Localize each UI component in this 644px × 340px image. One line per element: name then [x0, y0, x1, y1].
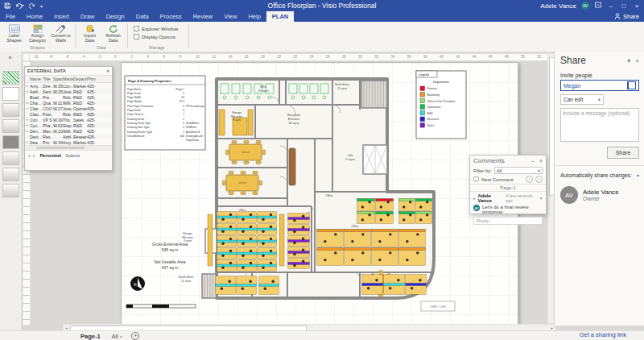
permission-select[interactable]: Can edit▾ — [560, 94, 604, 105]
new-page-button[interactable]: + — [131, 332, 139, 340]
table-row[interactable]: Brad…Pre…Rob…R&D425- — [25, 94, 112, 100]
printer-shape[interactable] — [2, 184, 19, 197]
share-close-icon[interactable]: × — [635, 57, 639, 64]
desk — [288, 247, 309, 257]
checkbox-icon — [134, 34, 139, 39]
table-row[interactable]: ∞Ashl…Seni…W.25Joss…R&D425- — [25, 89, 112, 94]
delete-comment-icon[interactable]: × — [539, 196, 543, 201]
table-row[interactable]: Davi…Res…Ashl…Research425- — [25, 134, 112, 139]
window-shape[interactable] — [2, 119, 19, 133]
label-shapes-button[interactable]: 123 Label Shapes — [3, 23, 25, 46]
share-minimize-icon[interactable]: ▾ — [627, 57, 630, 64]
tab-file[interactable]: File — [0, 11, 21, 22]
tab-help[interactable]: Help — [242, 11, 266, 22]
table-tab-personnel[interactable]: Personnel — [39, 153, 61, 158]
tab-view[interactable]: View — [218, 11, 242, 22]
ribbon: 123 Label Shapes Assign Category Convert… — [0, 22, 644, 52]
tab-insert[interactable]: Insert — [48, 11, 75, 22]
previous-comment-button[interactable]: ‹ — [526, 176, 533, 183]
comments-minimize-icon[interactable]: – — [531, 158, 535, 164]
message-input[interactable]: Include a message (optional) — [560, 108, 639, 142]
visio-window: ▾ Office Floorplan - Visio Professional … — [0, 0, 644, 340]
share-ribbon-button[interactable]: Share — [614, 11, 639, 22]
table-row[interactable]: ∞Amy…Dire…W.35Con…Market…425- — [25, 83, 112, 89]
auto-share-dropdown-icon[interactable]: ▾ — [637, 172, 639, 178]
user-name[interactable]: Adele Vance — [540, 2, 576, 10]
tab-design[interactable]: Design — [100, 11, 130, 22]
svg-text:File store: File store — [231, 115, 242, 118]
next-comment-button[interactable]: › — [535, 176, 543, 183]
furniture-shape[interactable] — [2, 135, 19, 149]
minimize-button[interactable]: – — [607, 2, 615, 10]
legend[interactable]: Legend Department FinanceMarketingOffice… — [416, 71, 466, 139]
pages-filter[interactable]: All▴ — [112, 333, 122, 340]
refresh-data-button[interactable]: Refresh Data — [102, 23, 124, 46]
tab-process[interactable]: Process — [155, 11, 188, 22]
display-options-checkbox[interactable]: Display Options — [134, 34, 175, 39]
drawing-page[interactable]: WCs 29 sq m North Stairs 11 sq m Storage… — [121, 62, 518, 325]
desk — [399, 199, 415, 210]
svg-text:Research: Research — [427, 118, 440, 121]
table-row[interactable]: Clau…Post…Rob…R&D425- — [25, 111, 112, 117]
checkbox-icon — [134, 26, 139, 31]
room-shape[interactable] — [2, 87, 19, 101]
desk — [258, 236, 276, 247]
lifts-shaft — [363, 145, 387, 174]
share-submit-button[interactable]: Share — [607, 147, 639, 159]
convert-to-walls-button[interactable]: Convert to Walls — [50, 23, 72, 46]
desk — [237, 276, 256, 294]
external-data-hscrollbar[interactable] — [25, 145, 112, 150]
svg-text:Legend: Legend — [419, 73, 429, 77]
external-data-close-icon[interactable]: × — [106, 68, 109, 73]
equipment-shape[interactable] — [2, 151, 19, 165]
tab-draw[interactable]: Draw — [75, 11, 101, 22]
folder-shape[interactable] — [2, 168, 19, 181]
table-nav-arrows[interactable]: ◂ ▸ — [28, 153, 35, 158]
door-shape[interactable] — [2, 103, 19, 117]
shapes-stencil-strip: » — [0, 52, 22, 330]
comments-filter-select[interactable]: All▾ — [494, 167, 543, 174]
page-tab[interactable]: Page-1 — [80, 333, 101, 340]
tab-data[interactable]: Data — [130, 11, 155, 22]
wall-shape[interactable] — [2, 71, 19, 85]
page-properties-box[interactable]: Page & Drawing Properties Page NamePage-… — [125, 76, 205, 150]
expand-stencil-icon[interactable]: » — [2, 55, 18, 67]
comment-item[interactable]: ▸ Adele Vance A few seconds ago × AV Let… — [470, 192, 546, 225]
explorer-window-checkbox[interactable]: Explorer Window — [134, 26, 178, 31]
horizontal-ruler: -10-8-6-4-202468101214161820222426283032… — [29, 53, 554, 61]
user-avatar[interactable]: AV — [581, 2, 589, 10]
table-row[interactable]: ∞Cyn…Pha…W.02Step…R&D425- — [25, 122, 112, 128]
ribbon-display-options-icon[interactable] — [594, 2, 602, 10]
tab-review[interactable]: Review — [188, 11, 219, 22]
table-row[interactable]: ∞Den…Man…W.10Willi…R&D425- — [25, 128, 112, 134]
tab-plan[interactable]: PLAN — [266, 11, 294, 22]
reply-input[interactable]: Reply... — [473, 217, 543, 225]
comments-close-icon[interactable]: × — [539, 158, 543, 164]
table-row[interactable]: ∞Cha…Qua…W.11Willi…R&D425- — [25, 100, 112, 106]
desk — [345, 248, 370, 265]
table-row[interactable]: ∞Dea…Pro…W.34Amy…Market…425- — [25, 139, 112, 145]
scale-bar — [126, 305, 196, 308]
table-row[interactable]: ∞Con…VP S…W.39Tho…Sales425- — [25, 117, 112, 122]
expand-comment-icon[interactable]: ▸ — [473, 196, 476, 201]
assign-category-button[interactable]: Assign Category — [27, 23, 48, 46]
svg-text:Drawing Scale Type: Drawing Scale Type — [127, 122, 151, 125]
close-button[interactable]: × — [633, 2, 641, 10]
get-sharing-link[interactable]: Get a sharing link — [580, 331, 626, 338]
external-data-columns[interactable]: NameTitleSpace IDManagerDepartmentPhone — [25, 76, 112, 83]
address-book-icon[interactable] — [627, 81, 636, 89]
svg-text:Operations: Operations — [427, 106, 441, 109]
desk — [217, 260, 236, 271]
table-row[interactable]: ∞Clair…COOW.27Joss…Operati…425- — [25, 106, 112, 111]
svg-text:Page-1: Page-1 — [175, 88, 184, 91]
new-comment-button[interactable]: New Comment — [481, 177, 514, 182]
maximize-button[interactable]: □ — [620, 2, 628, 10]
svg-text:Lifts: Lifts — [348, 154, 353, 157]
import-data-button[interactable]: Import Data — [79, 23, 101, 46]
desk — [376, 199, 393, 210]
ribbon-tabs: FileHomeInsertDrawDesignDataProcessRevie… — [0, 11, 644, 22]
tab-home[interactable]: Home — [21, 11, 48, 22]
svg-text:Drawing Scale: Drawing Scale — [127, 118, 144, 121]
table-tab-spaces[interactable]: Spaces — [65, 153, 80, 158]
invite-people-input[interactable]: Megan — [560, 80, 639, 91]
